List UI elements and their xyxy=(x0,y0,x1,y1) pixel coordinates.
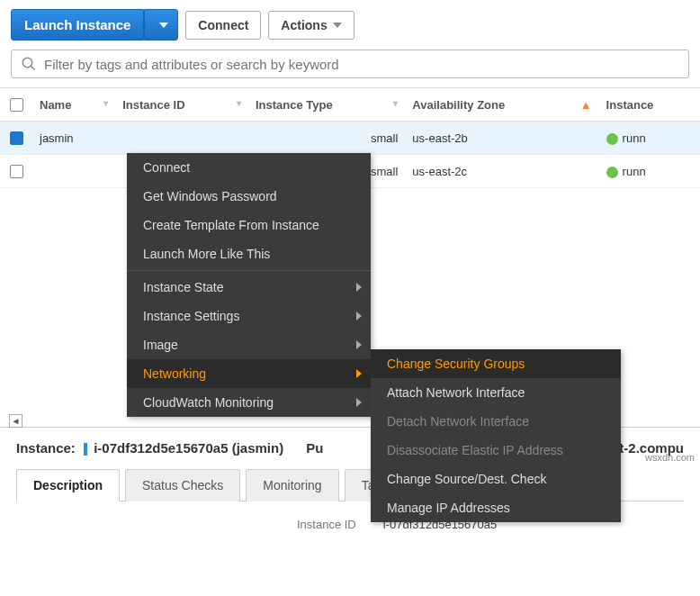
menu-create-template[interactable]: Create Template From Instance xyxy=(127,211,371,239)
svg-point-0 xyxy=(22,58,32,68)
toolbar: Launch Instance Connect Actions xyxy=(0,0,700,50)
cell-name xyxy=(32,155,115,188)
detail-public-label-truncated: Pu xyxy=(306,440,323,456)
state-text: runn xyxy=(623,165,646,178)
caret-down-icon xyxy=(333,23,342,28)
watermark: wsxdn.com xyxy=(645,452,695,463)
sort-icon: ▾ xyxy=(237,98,241,108)
col-instance-type[interactable]: Instance Type▾ xyxy=(248,88,405,122)
menu-instance-settings[interactable]: Instance Settings xyxy=(127,302,371,330)
checkbox-icon xyxy=(10,98,23,112)
submenu-attach-network-interface[interactable]: Attach Network Interface xyxy=(371,378,621,407)
col-label: Instance Type xyxy=(256,98,333,112)
menu-label: CloudWatch Monitoring xyxy=(143,395,274,410)
table-row[interactable]: jasmin small us-east-2b runn xyxy=(0,122,700,155)
search-bar xyxy=(0,50,700,87)
chevron-right-icon xyxy=(356,369,362,378)
menu-separator xyxy=(127,270,371,271)
col-checkbox[interactable] xyxy=(0,88,32,122)
cell-iid xyxy=(115,122,248,155)
cell-az: us-east-2b xyxy=(405,122,598,155)
menu-image[interactable]: Image xyxy=(127,330,371,359)
table-header-row: Name▾ Instance ID▾ Instance Type▾ Availa… xyxy=(0,88,700,122)
menu-label: Image xyxy=(143,338,178,352)
menu-get-windows-password[interactable]: Get Windows Password xyxy=(127,182,371,211)
status-running-icon xyxy=(606,133,618,145)
col-name[interactable]: Name▾ xyxy=(32,88,115,122)
search-icon xyxy=(21,56,37,72)
cell-name: jasmin xyxy=(32,122,115,155)
col-label: Availability Zone xyxy=(412,98,505,112)
chevron-right-icon xyxy=(356,340,362,349)
context-submenu-networking: Change Security Groups Attach Network In… xyxy=(371,349,621,522)
search-input[interactable] xyxy=(44,57,679,72)
tab-monitoring[interactable]: Monitoring xyxy=(246,469,338,501)
detail-instance-id: i-07df312d5e15670a5 (jasmin) xyxy=(94,440,283,456)
menu-connect[interactable]: Connect xyxy=(127,153,371,182)
submenu-disassociate-eip: Disassociate Elastic IP Address xyxy=(371,436,621,465)
col-label: Instance xyxy=(606,98,654,112)
sort-icon: ▾ xyxy=(103,98,108,108)
submenu-detach-network-interface: Detach Network Interface xyxy=(371,407,621,436)
chevron-right-icon xyxy=(356,283,362,292)
launch-instance-button[interactable]: Launch Instance xyxy=(11,9,144,41)
menu-launch-more-like-this[interactable]: Launch More Like This xyxy=(127,239,371,268)
submenu-change-security-groups[interactable]: Change Security Groups xyxy=(371,349,621,378)
actions-button[interactable]: Actions xyxy=(268,11,354,40)
actions-label: Actions xyxy=(281,18,327,32)
col-instance-id[interactable]: Instance ID▾ xyxy=(115,88,248,122)
menu-networking[interactable]: Networking xyxy=(127,359,371,388)
scroll-left-button[interactable]: ◄ xyxy=(9,414,22,428)
cell-state: runn xyxy=(599,122,700,155)
svg-line-1 xyxy=(31,66,35,70)
caret-down-icon xyxy=(159,23,168,28)
chevron-right-icon xyxy=(356,398,362,407)
col-availability-zone[interactable]: Availability Zone▲ xyxy=(405,88,598,122)
cell-az: us-east-2c xyxy=(405,155,598,188)
context-menu: Connect Get Windows Password Create Temp… xyxy=(127,153,371,417)
selection-bar-icon xyxy=(84,443,87,456)
menu-label: Instance Settings xyxy=(143,309,239,323)
detail-label: Instance: xyxy=(16,440,76,456)
checkbox-checked-icon[interactable] xyxy=(10,131,23,145)
launch-instance-dropdown[interactable] xyxy=(144,9,178,41)
cell-type: small xyxy=(248,122,405,155)
sort-asc-icon: ▲ xyxy=(580,98,592,112)
connect-button[interactable]: Connect xyxy=(185,11,261,40)
col-label: Instance ID xyxy=(122,98,184,112)
tab-description[interactable]: Description xyxy=(16,469,120,501)
kv-key: Instance ID xyxy=(203,518,356,531)
state-text: runn xyxy=(623,131,646,145)
tab-status-checks[interactable]: Status Checks xyxy=(125,469,240,501)
menu-label: Instance State xyxy=(143,280,224,294)
col-label: Name xyxy=(40,98,71,112)
sort-icon: ▾ xyxy=(393,98,398,108)
cell-state: runn xyxy=(599,155,700,188)
col-instance-state[interactable]: Instance xyxy=(599,88,700,122)
menu-instance-state[interactable]: Instance State xyxy=(127,273,371,302)
status-running-icon xyxy=(606,167,618,178)
submenu-manage-ip-addresses[interactable]: Manage IP Addresses xyxy=(371,493,621,522)
menu-label: Networking xyxy=(143,366,206,381)
checkbox-icon[interactable] xyxy=(10,165,23,178)
chevron-right-icon xyxy=(356,312,362,321)
menu-cloudwatch-monitoring[interactable]: CloudWatch Monitoring xyxy=(127,388,371,417)
submenu-change-source-dest-check[interactable]: Change Source/Dest. Check xyxy=(371,465,621,493)
